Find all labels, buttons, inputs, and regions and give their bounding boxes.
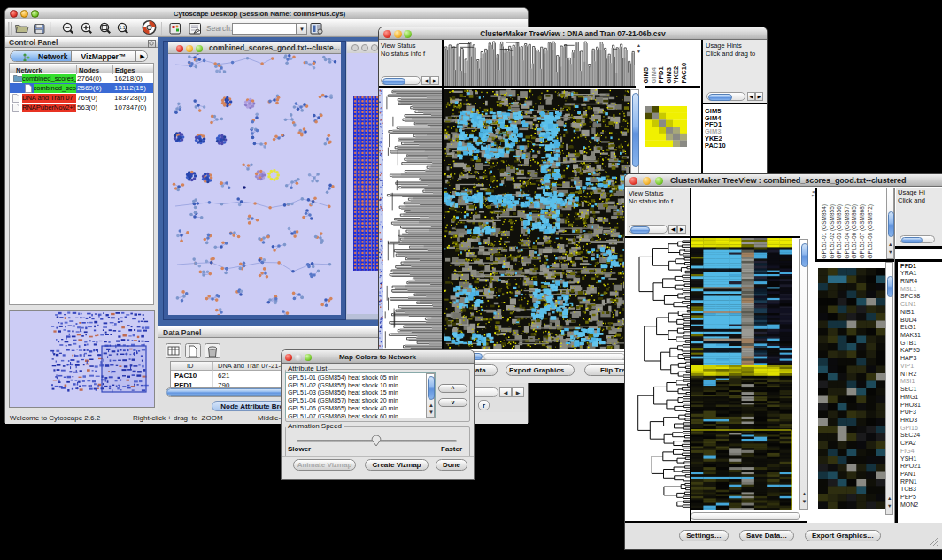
svg-text:1:1: 1:1	[119, 25, 125, 30]
